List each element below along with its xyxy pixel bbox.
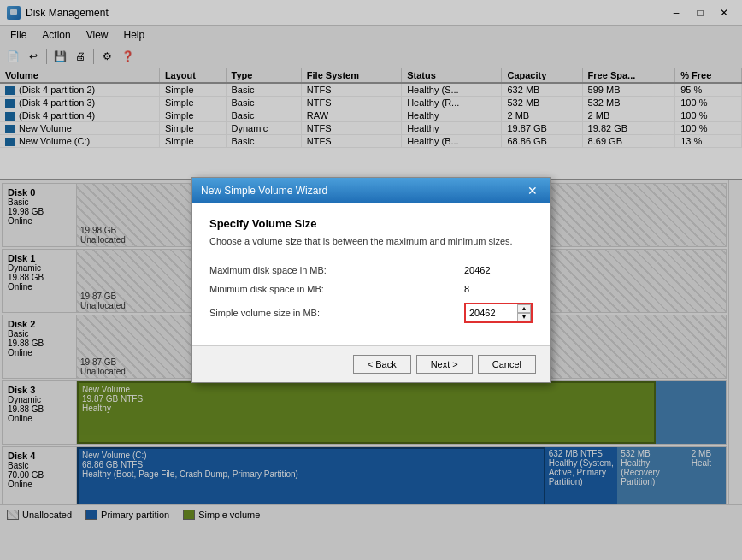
dialog-section-desc: Choose a volume size that is between the…	[209, 235, 533, 248]
dialog: New Simple Volume Wizard ✕ Specify Volum…	[191, 177, 551, 383]
min-disk-field: Minimum disk space in MB: 8	[209, 284, 533, 294]
min-disk-label: Minimum disk space in MB:	[209, 284, 464, 294]
cancel-button[interactable]: Cancel	[478, 355, 536, 374]
next-button[interactable]: Next >	[416, 355, 473, 374]
spin-buttons: ▴ ▾	[517, 304, 531, 321]
size-label: Simple volume size in MB:	[209, 308, 464, 318]
dialog-title-text: New Simple Volume Wizard	[201, 185, 327, 197]
spin-down-button[interactable]: ▾	[517, 313, 531, 321]
dialog-overlay: New Simple Volume Wizard ✕ Specify Volum…	[0, 0, 742, 560]
dialog-footer: < Back Next > Cancel	[192, 345, 550, 382]
dialog-section-title: Specify Volume Size	[209, 217, 533, 230]
max-disk-field: Maximum disk space in MB: 20462	[209, 265, 533, 275]
min-disk-value: 8	[464, 284, 533, 294]
dialog-title-bar: New Simple Volume Wizard ✕	[192, 178, 550, 203]
max-disk-label: Maximum disk space in MB:	[209, 265, 464, 275]
dialog-body: Specify Volume Size Choose a volume size…	[192, 203, 550, 345]
max-disk-value: 20462	[464, 265, 533, 275]
dialog-close-button[interactable]: ✕	[524, 182, 541, 199]
back-button[interactable]: < Back	[353, 355, 411, 374]
spin-up-button[interactable]: ▴	[517, 304, 531, 313]
size-input-wrap: ▴ ▾	[464, 303, 533, 323]
size-field: Simple volume size in MB: ▴ ▾	[209, 303, 533, 323]
size-input[interactable]	[466, 306, 517, 320]
